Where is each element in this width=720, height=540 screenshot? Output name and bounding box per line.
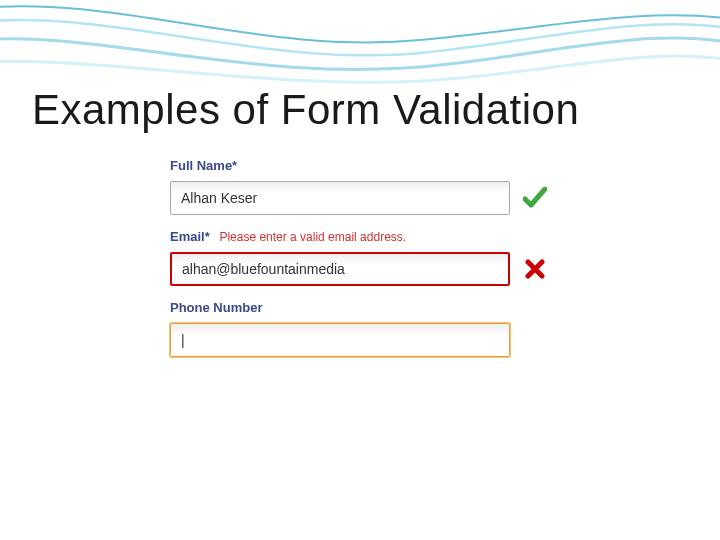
x-icon: [520, 259, 550, 279]
field-phone: Phone Number: [170, 300, 572, 357]
email-input[interactable]: [170, 252, 510, 286]
email-error-message: Please enter a valid email address.: [219, 230, 406, 244]
checkmark-icon: [520, 187, 550, 209]
field-email: Email* Please enter a valid email addres…: [170, 229, 572, 286]
label-phone: Phone Number: [170, 300, 572, 315]
label-fullname: Full Name*: [170, 158, 572, 173]
label-email-text: Email*: [170, 229, 210, 244]
fullname-input[interactable]: [170, 181, 510, 215]
label-email: Email* Please enter a valid email addres…: [170, 229, 572, 244]
slide-title: Examples of Form Validation: [32, 86, 579, 134]
phone-input[interactable]: [170, 323, 510, 357]
field-fullname: Full Name*: [170, 158, 572, 215]
form-container: Full Name* Email* Please enter a valid e…: [170, 158, 572, 371]
